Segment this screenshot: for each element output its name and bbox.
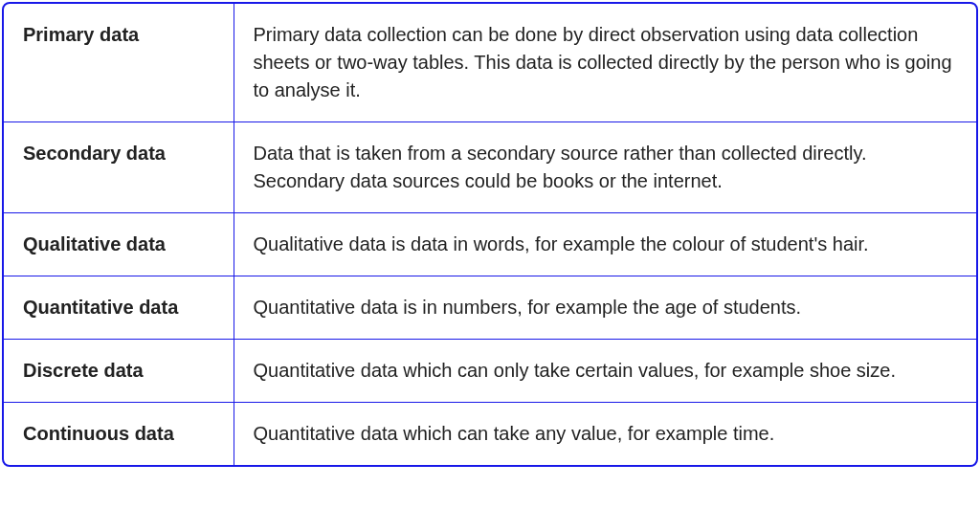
table-row: Secondary data Data that is taken from a… [4, 122, 976, 213]
term-cell: Discrete data [4, 340, 234, 403]
definitions-table: Primary data Primary data collection can… [4, 4, 976, 465]
definition-cell: Data that is taken from a secondary sour… [234, 122, 976, 213]
definition-cell: Quantitative data is in numbers, for exa… [234, 276, 976, 340]
term-cell: Primary data [4, 4, 234, 122]
table-row: Quantitative data Quantitative data is i… [4, 276, 976, 340]
term-cell: Continuous data [4, 403, 234, 466]
table-row: Continuous data Quantitative data which … [4, 403, 976, 466]
table-row: Qualitative data Qualitative data is dat… [4, 213, 976, 276]
definition-cell: Qualitative data is data in words, for e… [234, 213, 976, 276]
definition-cell: Quantitative data which can only take ce… [234, 340, 976, 403]
definitions-table-container: Primary data Primary data collection can… [2, 2, 978, 467]
term-cell: Secondary data [4, 122, 234, 213]
definition-cell: Quantitative data which can take any val… [234, 403, 976, 466]
definition-cell: Primary data collection can be done by d… [234, 4, 976, 122]
table-row: Primary data Primary data collection can… [4, 4, 976, 122]
term-cell: Quantitative data [4, 276, 234, 340]
table-row: Discrete data Quantitative data which ca… [4, 340, 976, 403]
term-cell: Qualitative data [4, 213, 234, 276]
